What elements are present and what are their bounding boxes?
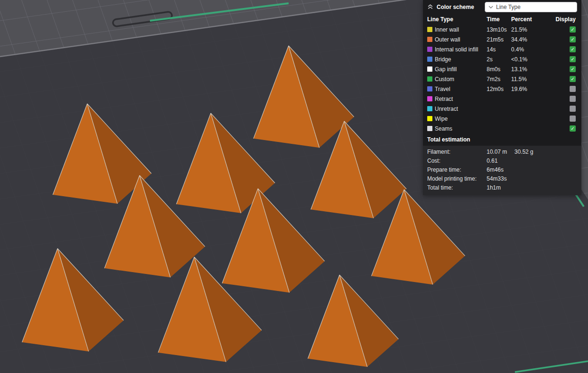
total-value: 0.61 <box>487 157 514 164</box>
col-header-time: Time <box>487 16 511 23</box>
color-scheme-label: Color scheme <box>437 4 474 10</box>
line-type-label: Seams <box>435 125 487 132</box>
collapse-panel-icon[interactable] <box>427 4 433 10</box>
line-type-time: 2s <box>487 56 511 63</box>
total-label: Prepare time: <box>427 166 487 173</box>
legend-row: Retract <box>423 94 581 104</box>
total-row: Filament: 10.07 m 30.52 g <box>423 147 581 156</box>
display-checkbox[interactable]: ✓ <box>570 26 576 33</box>
line-type-color-swatch <box>427 126 432 131</box>
line-type-color-swatch <box>427 96 432 101</box>
line-type-label: Custom <box>435 76 487 83</box>
total-row: Prepare time: 6m46s <box>423 165 581 174</box>
dropdown-value: Line Type <box>496 4 521 10</box>
col-header-line-type: Line Type <box>427 16 487 23</box>
total-estimation-title: Total estimation <box>423 133 581 146</box>
line-type-label: Gap infill <box>435 66 487 73</box>
display-checkbox[interactable] <box>570 86 576 92</box>
legend-row: Seams ✓ <box>423 124 581 133</box>
line-type-color-swatch <box>427 116 432 121</box>
line-type-color-swatch <box>427 76 432 82</box>
col-header-display: Display <box>555 16 576 23</box>
display-checkbox[interactable]: ✓ <box>570 66 576 72</box>
line-type-time: 21m5s <box>487 36 511 43</box>
line-type-color-swatch <box>427 47 432 52</box>
total-value: 1h1m <box>487 184 514 191</box>
total-value: 6m46s <box>487 166 514 173</box>
total-row: Model printing time: 54m33s <box>423 174 581 183</box>
line-type-label: Bridge <box>435 56 487 63</box>
legend-table-header: Line Type Time Percent Display <box>423 14 581 25</box>
total-label: Filament: <box>427 149 487 155</box>
legend-row: Gap infill 8m0s 13.1% ✓ <box>423 64 581 74</box>
line-type-color-swatch <box>427 27 432 32</box>
col-header-percent: Percent <box>511 16 552 23</box>
display-checkbox[interactable]: ✓ <box>570 125 576 132</box>
display-checkbox[interactable] <box>570 96 576 102</box>
line-type-percent: <0.1% <box>511 56 552 63</box>
line-type-time: 14s <box>487 46 511 53</box>
line-type-label: Wipe <box>435 116 487 122</box>
line-type-percent: 21.5% <box>511 26 552 33</box>
line-type-label: Inner wall <box>435 26 487 33</box>
line-type-label: Travel <box>435 86 487 92</box>
line-type-label: Internal solid infill <box>435 46 487 53</box>
legend-row: Unretract <box>423 104 581 114</box>
total-row: Total time: 1h1m <box>423 183 581 192</box>
legend-panel: Color scheme Line Type Line Type Time Pe… <box>423 0 581 195</box>
legend-row: Bridge 2s <0.1% ✓ <box>423 54 581 64</box>
line-type-percent: 34.4% <box>511 36 552 43</box>
legend-row: Custom 7m2s 11.5% ✓ <box>423 74 581 84</box>
color-scheme-dropdown[interactable]: Line Type <box>485 2 577 12</box>
display-checkbox[interactable]: ✓ <box>570 56 576 62</box>
display-checkbox[interactable]: ✓ <box>570 46 576 52</box>
chevron-down-icon <box>489 4 493 10</box>
total-extra: 30.52 g <box>514 149 576 155</box>
line-type-color-swatch <box>427 57 432 62</box>
display-checkbox[interactable] <box>570 106 576 112</box>
panel-header: Color scheme Line Type <box>423 0 581 14</box>
total-value: 10.07 m <box>487 149 514 155</box>
display-checkbox[interactable]: ✓ <box>570 76 576 82</box>
line-type-percent: 0.4% <box>511 46 552 53</box>
total-label: Total time: <box>427 184 487 191</box>
line-type-color-swatch <box>427 37 432 42</box>
display-checkbox[interactable]: ✓ <box>570 36 576 42</box>
line-type-percent: 11.5% <box>511 76 552 83</box>
line-type-color-swatch <box>427 66 432 72</box>
legend-row: Wipe <box>423 114 581 124</box>
line-type-time: 13m10s <box>487 26 511 33</box>
line-type-color-swatch <box>427 86 432 91</box>
line-type-time: 12m0s <box>487 86 511 92</box>
line-type-percent: 13.1% <box>511 66 552 73</box>
total-value: 54m33s <box>487 175 514 182</box>
legend-row: Outer wall 21m5s 34.4% ✓ <box>423 34 581 44</box>
line-type-time: 7m2s <box>487 76 511 83</box>
legend-rows: Inner wall 13m10s 21.5% ✓ Outer wall 21m… <box>423 25 581 133</box>
line-type-color-swatch <box>427 106 432 111</box>
legend-row: Internal solid infill 14s 0.4% ✓ <box>423 44 581 54</box>
slicer-preview-window: Color scheme Line Type Line Type Time Pe… <box>0 0 588 373</box>
display-checkbox[interactable] <box>570 116 576 122</box>
total-row: Cost: 0.61 <box>423 156 581 165</box>
total-estimation-block: Filament: 10.07 m 30.52 g Cost: 0.61 Pre… <box>423 146 581 195</box>
legend-row: Travel 12m0s 19.6% <box>423 84 581 94</box>
total-label: Cost: <box>427 157 487 164</box>
line-type-label: Unretract <box>435 106 487 112</box>
line-type-percent: 19.6% <box>511 86 552 92</box>
line-type-label: Outer wall <box>435 36 487 43</box>
legend-row: Inner wall 13m10s 21.5% ✓ <box>423 25 581 34</box>
total-label: Model printing time: <box>427 175 487 182</box>
line-type-time: 8m0s <box>487 66 511 73</box>
line-type-label: Retract <box>435 96 487 102</box>
